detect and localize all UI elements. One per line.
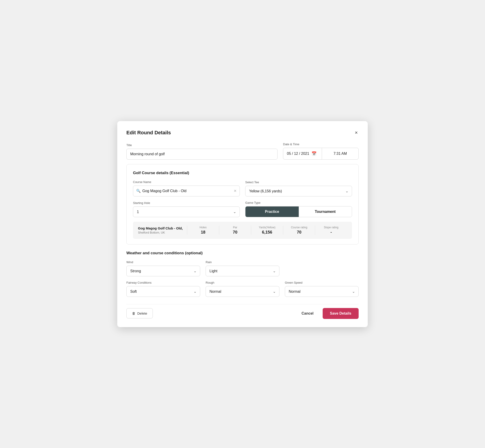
- golf-course-section: Golf Course details (Essential) Course N…: [126, 164, 359, 245]
- weather-section: Weather and course conditions (optional)…: [126, 251, 359, 297]
- clear-icon[interactable]: ✕: [234, 189, 237, 193]
- title-datetime-row: Title Date & Time 05 / 12 / 2021 📅 7:31 …: [126, 143, 359, 160]
- title-input[interactable]: [126, 149, 278, 160]
- game-type-label: Game Type: [245, 201, 352, 204]
- datetime-group: Date & Time 05 / 12 / 2021 📅 7:31 AM: [283, 143, 359, 160]
- date-value: 05 / 12 / 2021: [287, 152, 309, 156]
- wind-wrapper: Calm Light Moderate Strong ⌄: [126, 266, 200, 276]
- rough-wrapper: Short Normal Long ⌄: [206, 286, 279, 297]
- course-tee-row: Course Name 🔍 ✕ Select Tee Yellow (6,156…: [133, 180, 352, 196]
- wind-label: Wind: [126, 260, 200, 264]
- select-tee-group: Select Tee Yellow (6,156 yards) ⌄: [245, 181, 352, 196]
- course-info-bar: Gog Magog Golf Club - Old, Shelford Bott…: [133, 222, 352, 239]
- course-rating-label: Course rating: [287, 226, 312, 229]
- green-speed-label: Green Speed: [285, 281, 359, 284]
- fairway-label: Fairway Conditions: [126, 281, 200, 284]
- game-type-group: Game Type Practice Tournament: [245, 201, 352, 217]
- yards-label: Yards(Yellow): [255, 226, 279, 229]
- slope-rating-stat: Slope rating -: [315, 226, 347, 235]
- select-tee-label: Select Tee: [245, 181, 352, 184]
- practice-button[interactable]: Practice: [245, 207, 299, 217]
- select-tee-dropdown[interactable]: Yellow (6,156 yards): [245, 186, 352, 196]
- wind-group: Wind Calm Light Moderate Strong ⌄: [126, 260, 200, 276]
- course-name-display: Gog Magog Golf Club - Old,: [138, 226, 187, 230]
- course-name-label: Course Name: [133, 180, 240, 184]
- rain-wrapper: None Light Moderate Heavy ⌄: [206, 266, 279, 276]
- rough-label: Rough: [206, 281, 279, 284]
- yards-stat: Yards(Yellow) 6,156: [251, 226, 283, 235]
- delete-label: Delete: [137, 312, 147, 315]
- fairway-group: Fairway Conditions Soft Normal Hard ⌄: [126, 281, 200, 297]
- starting-hole-label: Starting Hole: [133, 201, 240, 205]
- tournament-button[interactable]: Tournament: [299, 207, 352, 217]
- fairway-wrapper: Soft Normal Hard ⌄: [126, 286, 200, 297]
- course-name-input[interactable]: [133, 185, 240, 196]
- golf-section-title: Golf Course details (Essential): [133, 171, 352, 175]
- footer-row: 🗑 Delete Cancel Save Details: [126, 304, 359, 319]
- course-rating-stat: Course rating 70: [283, 226, 315, 235]
- slope-rating-value: -: [319, 230, 343, 235]
- footer-right: Cancel Save Details: [297, 308, 359, 319]
- green-speed-group: Green Speed Slow Normal Fast ⌄: [285, 281, 359, 297]
- calendar-icon: 📅: [312, 151, 316, 156]
- holes-label: Holes: [191, 226, 215, 229]
- holes-stat: Holes 18: [187, 226, 219, 235]
- hole-gametype-row: Starting Hole 1 2 10 ⌄ Game Type Practic…: [133, 201, 352, 217]
- trash-icon: 🗑: [132, 312, 136, 315]
- modal-title: Edit Round Details: [126, 130, 171, 136]
- title-group: Title: [126, 144, 278, 160]
- wind-dropdown[interactable]: Calm Light Moderate Strong: [126, 266, 200, 276]
- par-value: 70: [223, 230, 248, 235]
- title-label: Title: [126, 144, 278, 147]
- date-part[interactable]: 05 / 12 / 2021 📅: [283, 148, 322, 159]
- green-speed-wrapper: Slow Normal Fast ⌄: [285, 286, 359, 297]
- fairway-dropdown[interactable]: Soft Normal Hard: [126, 286, 200, 297]
- time-part[interactable]: 7:31 AM: [322, 148, 358, 159]
- time-value: 7:31 AM: [334, 152, 347, 156]
- holes-value: 18: [191, 230, 215, 235]
- search-icon: 🔍: [136, 189, 141, 193]
- date-time-input[interactable]: 05 / 12 / 2021 📅 7:31 AM: [283, 148, 359, 160]
- green-speed-dropdown[interactable]: Slow Normal Fast: [285, 286, 359, 297]
- starting-hole-wrapper: 1 2 10 ⌄: [133, 207, 240, 217]
- par-label: Par: [223, 226, 248, 229]
- fairway-rough-green-row: Fairway Conditions Soft Normal Hard ⌄ Ro…: [126, 281, 359, 297]
- rain-label: Rain: [206, 260, 279, 264]
- starting-hole-group: Starting Hole 1 2 10 ⌄: [133, 201, 240, 217]
- course-location: Shelford Bottom, UK: [138, 231, 187, 234]
- weather-section-title: Weather and course conditions (optional): [126, 251, 359, 256]
- game-type-toggle: Practice Tournament: [245, 206, 352, 217]
- cancel-button[interactable]: Cancel: [297, 308, 318, 319]
- select-tee-wrapper: Yellow (6,156 yards) ⌄: [245, 186, 352, 196]
- datetime-label: Date & Time: [283, 143, 359, 146]
- modal-header: Edit Round Details ×: [126, 129, 359, 136]
- yards-value: 6,156: [255, 230, 279, 235]
- starting-hole-dropdown[interactable]: 1 2 10: [133, 207, 240, 217]
- close-button[interactable]: ×: [354, 129, 359, 136]
- par-stat: Par 70: [219, 226, 251, 235]
- course-name-wrapper: 🔍 ✕: [133, 185, 240, 196]
- wind-rain-row: Wind Calm Light Moderate Strong ⌄ Rain N…: [126, 260, 359, 276]
- delete-button[interactable]: 🗑 Delete: [126, 308, 153, 319]
- rough-dropdown[interactable]: Short Normal Long: [206, 286, 279, 297]
- course-rating-value: 70: [287, 230, 312, 235]
- rough-group: Rough Short Normal Long ⌄: [206, 281, 279, 297]
- course-info-name: Gog Magog Golf Club - Old, Shelford Bott…: [138, 226, 187, 234]
- rain-dropdown[interactable]: None Light Moderate Heavy: [206, 266, 279, 276]
- course-name-group: Course Name 🔍 ✕: [133, 180, 240, 196]
- rain-group: Rain None Light Moderate Heavy ⌄: [206, 260, 279, 276]
- edit-round-modal: Edit Round Details × Title Date & Time 0…: [117, 121, 368, 327]
- save-button[interactable]: Save Details: [323, 308, 359, 319]
- slope-rating-label: Slope rating: [319, 226, 343, 229]
